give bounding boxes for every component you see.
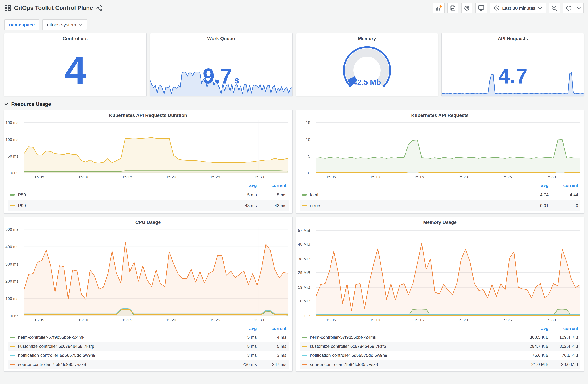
x-axis-tick: 15:30 [248, 318, 270, 322]
legend-col-avg[interactable]: avg [519, 183, 548, 188]
series-name[interactable]: errors [310, 203, 321, 208]
series-current-value: 5 ms [257, 192, 286, 197]
panel-cpu-usage: CPU Usage 0 ns100 ms200 ms300 ms400 ms50… [4, 217, 293, 372]
y-axis-tick: 150 ms [5, 120, 19, 125]
series-avg-value: 5 ms [227, 192, 257, 197]
series-avg-value: 4.74 [519, 192, 548, 197]
timeseries-row-1: Kubernetes API Requests Duration 0 ns50 … [0, 110, 588, 214]
tv-mode-button[interactable] [475, 2, 487, 13]
plot-area[interactable] [316, 120, 580, 173]
x-axis-tick: 15:20 [452, 175, 474, 179]
legend-row: helm-controller-57f9b56bbf-k24mk5 ms4 ms [8, 333, 289, 341]
series-avg-value: 48 ms [227, 203, 257, 208]
panel-title[interactable]: Memory [296, 33, 438, 42]
refresh-interval-dropdown[interactable] [574, 2, 584, 13]
y-axis-tick: 19 MiB [298, 285, 311, 290]
panel-title[interactable]: Work Queue [150, 33, 292, 42]
x-axis-tick: 15:10 [72, 318, 94, 322]
add-panel-button[interactable] [433, 2, 444, 13]
chart-canvas [24, 120, 288, 173]
series-name[interactable]: kustomize-controller-6c6784b468-7kzfp [18, 344, 94, 349]
legend-col-avg[interactable]: avg [227, 183, 257, 188]
series-name[interactable]: P99 [18, 203, 26, 208]
x-axis-tick: 15:10 [364, 318, 386, 322]
gear-icon [464, 5, 470, 11]
zoom-out-button[interactable] [549, 2, 560, 13]
panel-memory-gauge: Memory 42.5 Mb [295, 33, 439, 96]
namespace-value: gitops-system [47, 22, 76, 27]
panel-title[interactable]: Memory Usage [296, 217, 584, 226]
series-current-value: 20.6 MiB [548, 362, 578, 367]
y-axis-tick: 0 ns [11, 314, 19, 318]
panel-work-queue: Work Queue 9.7s [150, 33, 293, 96]
panel-title[interactable]: Kubernetes API Requests Duration [4, 110, 292, 119]
gauge-value: 42.5 Mb [296, 78, 438, 86]
y-axis-tick: 200 ms [5, 279, 19, 283]
refresh-button[interactable] [563, 2, 574, 13]
series-current-value: 5 ms [257, 344, 286, 349]
share-icon[interactable] [96, 5, 102, 11]
y-axis-tick: 0 ns [11, 171, 19, 175]
chevron-down-icon [538, 7, 542, 9]
series-avg-value: 5 ms [227, 344, 257, 349]
series-name[interactable]: helm-controller-57f9b56bbf-k24mk [18, 335, 84, 340]
y-axis-tick: 5 [308, 154, 310, 158]
legend-col-current[interactable]: current [257, 183, 286, 188]
x-axis: 15:0515:1015:1515:2015:2515:30 [316, 316, 580, 324]
series-color-dash [302, 336, 307, 338]
series-avg-value: 76.6 KiB [519, 353, 548, 358]
x-axis-tick: 15:25 [496, 318, 518, 322]
legend-col-avg[interactable]: avg [227, 326, 257, 331]
time-range-picker[interactable]: Last 30 minutes [490, 2, 546, 13]
series-color-dash [10, 355, 15, 356]
legend-col-current[interactable]: current [548, 326, 578, 331]
legend-row: P505 ms5 ms [8, 190, 289, 200]
series-name[interactable]: kustomize-controller-6c6784b468-7kzfp [310, 344, 386, 349]
series-color-dash [302, 355, 307, 356]
series-avg-value: 236 ms [227, 362, 257, 367]
y-axis-tick: 10 MiB [298, 299, 311, 303]
chart-canvas [24, 227, 288, 316]
legend-row: source-controller-7fb84fc985-zvsz8236 ms… [8, 360, 289, 369]
add-panel-icon [435, 5, 442, 11]
legend-col-current[interactable]: current [548, 183, 578, 188]
timeseries-row-2: CPU Usage 0 ns100 ms200 ms300 ms400 ms50… [0, 217, 588, 372]
plot-area[interactable] [24, 227, 288, 316]
panel-title[interactable]: Kubernetes API Requests [296, 110, 584, 119]
series-color-dash [10, 194, 15, 196]
series-name[interactable]: P50 [18, 192, 26, 197]
y-axis-tick: 300 ms [5, 262, 19, 266]
x-axis-tick: 15:15 [408, 175, 430, 179]
legend-row: total4.744.44 [299, 190, 580, 200]
legend-row: kustomize-controller-6c6784b468-7kzfp284… [299, 341, 580, 351]
namespace-dropdown[interactable]: gitops-system [42, 19, 87, 30]
legend-row: source-controller-7fb84fc985-zvsz821.0 M… [299, 360, 580, 369]
series-name[interactable]: notification-controller-6d56575dc-5w9n9 [310, 353, 387, 358]
series-current-value: 129.4 KiB [548, 335, 578, 340]
panel-title[interactable]: CPU Usage [4, 217, 292, 226]
panel-k8s-api-requests-duration: Kubernetes API Requests Duration 0 ns50 … [4, 110, 293, 214]
series-name[interactable]: total [310, 192, 318, 197]
panel-title[interactable]: API Requests [442, 33, 584, 42]
panel-title[interactable]: Controllers [4, 33, 146, 42]
series-color-dash [10, 363, 15, 365]
series-name[interactable]: notification-controller-6d56575dc-5w9n9 [18, 353, 95, 358]
legend-col-current[interactable]: current [257, 326, 286, 331]
legend: avgcurrenthelm-controller-57f9b56bbf-k24… [8, 325, 289, 369]
series-name[interactable]: helm-controller-57f9b56bbf-k24mk [310, 335, 376, 340]
y-axis-tick: 0 B [304, 314, 310, 318]
plot-area[interactable] [24, 120, 288, 173]
panel-api-requests-stat: API Requests 4.7 [441, 33, 585, 96]
series-color-dash [302, 205, 307, 207]
series-avg-value: 3 ms [227, 353, 257, 358]
series-name[interactable]: source-controller-7fb84fc985-zvsz8 [310, 362, 378, 367]
save-dashboard-button[interactable] [447, 2, 458, 13]
dashboard-settings-button[interactable] [461, 2, 472, 13]
x-axis-tick: 15:05 [28, 318, 50, 322]
plot-area[interactable] [316, 227, 580, 316]
legend-col-avg[interactable]: avg [519, 326, 548, 331]
panel-memory-usage: Memory Usage 0 B10 MiB19 MiB29 MiB38 MiB… [295, 217, 584, 372]
series-name[interactable]: source-controller-7fb84fc985-zvsz8 [18, 362, 86, 367]
monitor-icon [478, 5, 484, 11]
row-resource-usage[interactable]: Resource Usage [0, 96, 588, 110]
